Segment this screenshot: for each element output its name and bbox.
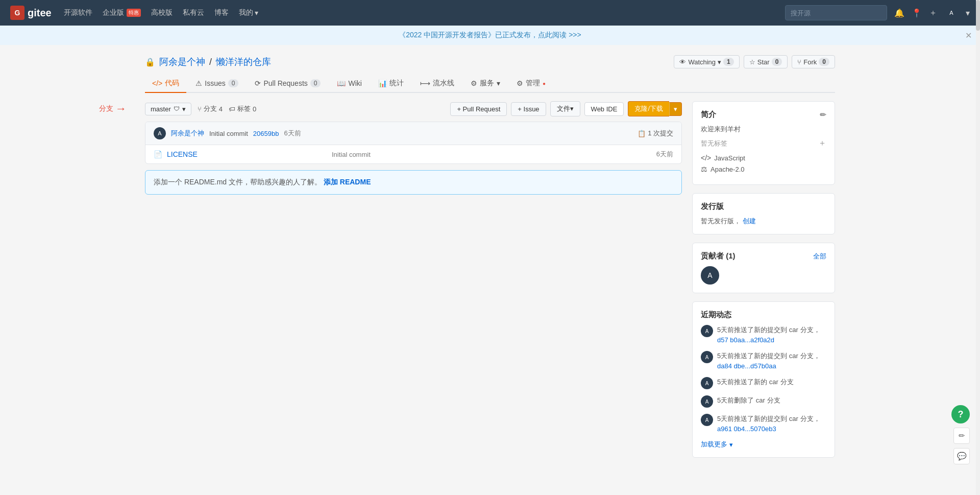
nav-blog[interactable]: 博客 [214,8,229,17]
branch-bar-left: master 🛡 ▾ ⑂ 分支 4 🏷 标签 0 [145,103,256,115]
commit-hash[interactable]: 20659bb [253,130,279,137]
activity-text-4: 5天前推送了新的提交到 car 分支， a961 0b4...5070eb3 [717,414,826,434]
bell-icon[interactable]: 🔔 [894,8,904,18]
nav-private-cloud[interactable]: 私有云 [183,8,204,17]
branch-bar: 分支 → master 🛡 ▾ ⑂ 分支 4 [145,101,682,116]
tab-wiki[interactable]: 📖 Wiki [330,75,369,92]
tab-pull-requests[interactable]: ⟳ Pull Requests 0 [248,75,328,92]
branch-icon: ⑂ [198,105,202,113]
repo-title: 🔒 阿余是个神 / 懒洋洋的仓库 [145,56,271,68]
sidebar-release-section: 发行版 暂无发行版， 创建 [692,193,835,234]
stats-icon: 📊 [378,79,387,87]
location-icon[interactable]: 📍 [912,8,922,18]
issue-button[interactable]: + Issue [511,102,546,116]
tab-pipeline[interactable]: ⟼ 流水线 [413,75,461,93]
branch-selector[interactable]: master 🛡 ▾ [145,103,191,115]
tab-stats[interactable]: 📊 统计 [371,75,411,93]
activity-link-4[interactable]: a961 0b4...5070eb3 [717,425,776,433]
repo-owner-link[interactable]: 阿余是个神 [159,56,205,68]
logo[interactable]: G gitee [10,6,52,20]
commit-author-name[interactable]: 阿余是个神 [171,129,204,138]
float-edit-button[interactable]: ✏ [953,428,970,444]
license-icon: ⚖ [701,165,707,173]
branch-protect-icon: 🛡 [174,105,180,112]
nav-enterprise[interactable]: 企业版 特惠 [103,8,141,17]
commit-author-avatar[interactable]: A [154,127,166,139]
activity-link-0[interactable]: d57 b0aa...a2f0a2d [717,336,774,344]
add-tag-button[interactable]: ＋ [818,138,826,149]
services-icon: ⚙ [471,79,477,87]
file-name[interactable]: LICENSE [167,150,327,158]
activity-title: 近期动态 [701,310,826,320]
commit-time: 6天前 [284,129,301,138]
add-readme-link[interactable]: 添加 README [324,178,371,186]
activity-link-1[interactable]: da84 dbe...d57b0aa [717,362,776,370]
sidebar-activity-section: 近期动态 A 5天前推送了新的提交到 car 分支， d57 b0aa...a2… [692,301,835,458]
user-dropdown-icon[interactable]: ▾ [966,8,970,18]
contributors-list: A [701,266,826,285]
activity-avatar-0: A [701,325,713,337]
float-chat-button[interactable]: 💬 [953,448,970,464]
tab-manage[interactable]: ⚙ 管理 ● [509,75,553,93]
branch-annotation: 分支 → [99,102,127,115]
file-time: 6天前 [656,150,673,159]
release-empty: 暂无发行版， 创建 [701,217,826,226]
search-input[interactable] [785,5,887,20]
lang-item-js: </> JavaScript [701,154,826,162]
nav-university[interactable]: 高校版 [151,8,173,17]
scrollbar-thumb[interactable] [976,0,980,31]
file-button[interactable]: 文件▾ [550,101,580,116]
enterprise-badge: 特惠 [127,9,141,17]
file-icon: 📄 [154,150,162,158]
lang-item-license: ⚖ Apache-2.0 [701,165,826,173]
repo-name-link[interactable]: 懒洋洋的仓库 [216,56,271,68]
tag-count-item[interactable]: 🏷 标签 0 [229,104,256,113]
scrollbar[interactable] [976,0,980,476]
banner-link[interactable]: 《2022 中国开源开发者报告》已正式发布，点此阅读 >>> [399,31,581,39]
dropdown-icon: ▾ [718,58,721,66]
edit-intro-button[interactable]: ✏ [820,110,826,120]
star-icon: ☆ [749,58,755,66]
activity-item-2: A 5天前推送了新的 car 分支 [701,377,826,389]
commit-message: Initial commit [209,130,248,137]
avatar-img: A [944,6,959,20]
fork-button[interactable]: ⑂ Fork 0 [792,55,835,68]
page-container: 🔒 阿余是个神 / 懒洋洋的仓库 👁 Watching ▾ 1 ☆ Star 0… [133,45,847,476]
release-title: 发行版 [701,202,826,211]
manage-dot: ● [543,81,546,86]
watching-button[interactable]: 👁 Watching ▾ 1 [674,55,739,68]
contributor-avatar[interactable]: A [701,266,719,285]
help-button[interactable]: ? [951,405,970,423]
topnav: G gitee 开源软件 企业版 特惠 高校版 私有云 博客 我的 ▾ 🔔 📍 … [0,0,980,26]
web-ide-button[interactable]: Web IDE [584,102,624,116]
commit-count[interactable]: 📋 1 次提交 [638,129,673,138]
clone-download-dropdown[interactable]: ▾ [669,102,682,116]
tab-code[interactable]: </> 代码 [145,75,186,93]
logo-text: gitee [28,7,52,19]
star-button[interactable]: ☆ Star 0 [744,55,788,68]
tab-issues[interactable]: ⚠ Issues 0 [188,75,246,92]
pull-request-button[interactable]: + Pull Request [450,102,507,116]
activity-item-4: A 5天前推送了新的提交到 car 分支， a961 0b4...5070eb3 [701,414,826,434]
no-tags-text: 暂无标签 [701,139,727,148]
contributors-label: 贡献者 (1) [701,251,736,261]
repo-tabs: </> 代码 ⚠ Issues 0 ⟳ Pull Requests 0 📖 Wi… [145,75,835,93]
sidebar-intro-section: 简介 ✏ 欢迎来到羊村 暂无标签 ＋ </> JavaScript ⚖ Apac… [692,101,835,185]
nav-open-source[interactable]: 开源软件 [64,8,92,17]
contributors-all-link[interactable]: 全部 [813,252,826,261]
pipeline-icon: ⟼ [420,79,430,87]
banner-close-button[interactable]: ✕ [965,31,972,40]
topnav-links: 开源软件 企业版 特惠 高校版 私有云 博客 我的 ▾ [64,8,773,17]
nav-mine[interactable]: 我的 ▾ [239,8,258,17]
tab-services[interactable]: ⚙ 服务 ▾ [463,75,507,93]
activity-item-1: A 5天前推送了新的提交到 car 分支， da84 dbe...d57b0aa [701,351,826,371]
clone-download-button[interactable]: 克隆/下载 [628,101,669,116]
manage-icon: ⚙ [517,79,523,87]
load-more-button[interactable]: 加载更多 ▾ [701,440,826,449]
create-release-link[interactable]: 创建 [743,217,756,225]
user-avatar[interactable]: A [944,6,959,20]
chevron-down-icon: ▾ [255,9,258,17]
branch-count-item[interactable]: ⑂ 分支 4 [198,104,223,113]
repo-sidebar: 简介 ✏ 欢迎来到羊村 暂无标签 ＋ </> JavaScript ⚖ Apac… [692,101,835,466]
plus-icon[interactable]: ＋ [929,8,937,18]
